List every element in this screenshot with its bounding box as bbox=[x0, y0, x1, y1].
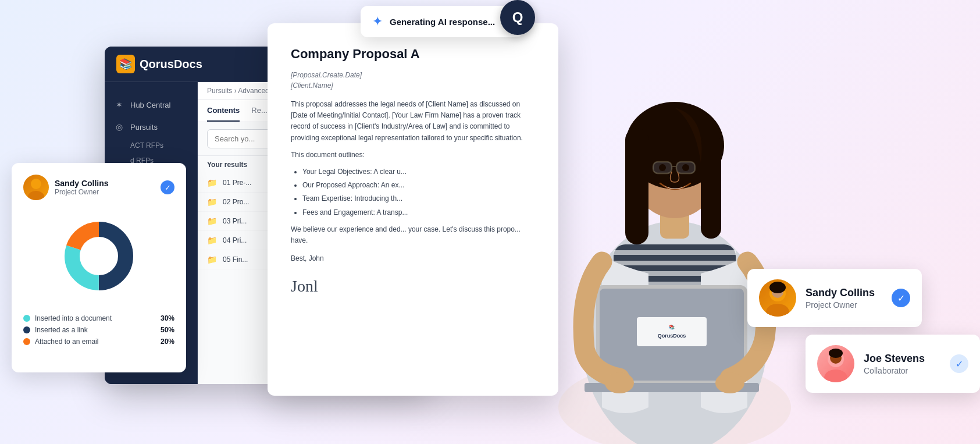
check-badge-sandy-small: ✓ bbox=[161, 180, 174, 194]
legend-label-email: Attached to an email bbox=[35, 338, 156, 346]
user-info-joe: Joe Stevens Collaborator bbox=[864, 353, 925, 375]
sidebar-item-pursuits[interactable]: ◎ Pursuits bbox=[105, 116, 197, 138]
user-info-sandy-small: Sandy Collins Project Owner bbox=[55, 179, 109, 196]
donut-svg bbox=[52, 209, 145, 303]
sandy-small-name: Sandy Collins bbox=[55, 179, 109, 188]
folder-icon: 📁 bbox=[207, 255, 217, 264]
svg-point-1 bbox=[28, 191, 44, 200]
svg-point-40 bbox=[769, 282, 786, 293]
svg-point-44 bbox=[829, 349, 843, 358]
svg-point-0 bbox=[31, 179, 41, 189]
avatar-sandy-small bbox=[23, 175, 49, 200]
logo-icon: 📚 bbox=[116, 55, 135, 73]
check-badge-sandy-large: ✓ bbox=[892, 289, 910, 307]
svg-text:QorusDocs: QorusDocs bbox=[658, 333, 686, 339]
svg-point-34 bbox=[682, 164, 689, 171]
legend-label-link: Inserted as a link bbox=[35, 326, 156, 334]
svg-point-33 bbox=[659, 164, 666, 171]
qorus-letter: Q bbox=[512, 9, 523, 26]
svg-rect-26 bbox=[625, 128, 648, 244]
svg-text:📚: 📚 bbox=[669, 324, 675, 330]
legend-item-link: Inserted as a link 50% bbox=[23, 326, 174, 334]
legend-dot-teal bbox=[23, 315, 30, 322]
svg-point-36 bbox=[715, 372, 744, 393]
user-card-joe: Joe Stevens Collaborator ✓ bbox=[806, 335, 980, 393]
svg-point-38 bbox=[766, 304, 789, 317]
check-badge-joe: ✓ bbox=[950, 354, 968, 373]
legend-value-email: 20% bbox=[161, 338, 174, 346]
legend-item-email: Attached to an email 20% bbox=[23, 338, 174, 346]
user-card-sandy-large: Sandy Collins Project Owner ✓ bbox=[747, 269, 922, 327]
logo-text: QorusDocs bbox=[140, 58, 202, 71]
app-logo: 📚 QorusDocs bbox=[116, 55, 202, 73]
legend-dot-dark bbox=[23, 326, 30, 333]
ai-bubble: ✦ Generating AI response... bbox=[361, 6, 523, 37]
user-card-small: Sandy Collins Project Owner ✓ bbox=[23, 175, 174, 200]
legend-value-link: 50% bbox=[161, 326, 174, 334]
legend-label-inserted: Inserted into a document bbox=[35, 314, 156, 322]
svg-point-5 bbox=[80, 237, 117, 275]
sidebar-item-hub-central[interactable]: ✶ Hub Central bbox=[105, 94, 197, 116]
svg-rect-9 bbox=[614, 250, 736, 255]
folder-icon: 📁 bbox=[207, 216, 217, 226]
folder-icon: 📁 bbox=[207, 178, 217, 187]
joe-role: Collaborator bbox=[864, 366, 925, 375]
donut-chart bbox=[52, 209, 145, 303]
hub-central-icon: ✶ bbox=[114, 100, 124, 110]
legend-item-inserted: Inserted into a document 30% bbox=[23, 314, 174, 322]
folder-icon: 📁 bbox=[207, 197, 217, 207]
tab-contents[interactable]: Contents bbox=[207, 100, 240, 122]
sandy-small-role: Project Owner bbox=[55, 188, 109, 196]
legend-dot-orange bbox=[23, 338, 30, 345]
joe-name: Joe Stevens bbox=[864, 353, 925, 365]
avatar-sandy-large bbox=[759, 279, 796, 317]
user-info-sandy-large: Sandy Collins Project Owner bbox=[806, 287, 875, 310]
legend-value-inserted: 30% bbox=[161, 314, 174, 322]
svg-rect-10 bbox=[614, 261, 736, 265]
folder-icon: 📁 bbox=[207, 236, 217, 245]
svg-point-35 bbox=[605, 372, 634, 393]
ai-sparkle-icon: ✦ bbox=[372, 14, 383, 29]
sidebar-item-label: Hub Central bbox=[130, 101, 170, 109]
tab-re[interactable]: Re... bbox=[251, 100, 267, 122]
sidebar-item-label: Pursuits bbox=[130, 123, 158, 132]
pursuits-icon: ◎ bbox=[114, 122, 124, 132]
sidebar-sub-act-rfps[interactable]: ACT RFPs bbox=[105, 138, 197, 153]
sandy-large-name: Sandy Collins bbox=[806, 287, 875, 299]
svg-point-42 bbox=[824, 370, 847, 382]
sandy-large-role: Project Owner bbox=[806, 300, 875, 310]
chart-panel: Sandy Collins Project Owner ✓ bbox=[12, 163, 186, 372]
ai-text: Generating AI response... bbox=[390, 17, 495, 27]
svg-rect-19 bbox=[637, 317, 707, 346]
svg-rect-27 bbox=[701, 134, 721, 239]
qorus-circle: Q bbox=[500, 0, 535, 35]
chart-legend: Inserted into a document 30% Inserted as… bbox=[23, 314, 174, 346]
avatar-joe bbox=[817, 345, 854, 382]
